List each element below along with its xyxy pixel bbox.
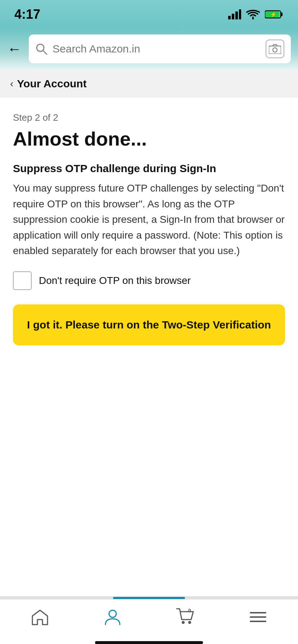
- main-content: Step 2 of 2 Almost done... Suppress OTP …: [0, 98, 298, 539]
- svg-rect-2: [235, 12, 238, 19]
- account-icon: [104, 608, 122, 626]
- svg-point-11: [273, 48, 277, 52]
- cta-button[interactable]: I got it. Please turn on the Two-Step Ve…: [13, 304, 285, 345]
- svg-rect-5: [281, 13, 283, 16]
- wifi-icon: [246, 9, 260, 19]
- search-bar-area: ←: [0, 29, 298, 70]
- bottom-indicator-bar: [113, 597, 185, 599]
- bottom-nav: 0: [0, 596, 298, 644]
- section-body: You may suppress future OTP challenges b…: [13, 180, 285, 258]
- svg-rect-1: [232, 14, 234, 19]
- breadcrumb-label: Your Account: [17, 78, 86, 90]
- svg-text:0: 0: [188, 608, 191, 613]
- nav-cart[interactable]: 0: [149, 608, 222, 626]
- page-title: Almost done...: [13, 128, 285, 150]
- status-time: 4:17: [14, 7, 40, 22]
- nav-menu[interactable]: [222, 610, 294, 624]
- svg-point-13: [182, 621, 185, 624]
- nav-home[interactable]: [4, 609, 76, 625]
- otp-checkbox[interactable]: [13, 271, 32, 290]
- search-icon: [35, 43, 48, 55]
- menu-icon: [249, 610, 267, 624]
- svg-point-12: [109, 610, 116, 617]
- status-icons: ⚡: [228, 9, 284, 19]
- svg-rect-10: [269, 46, 281, 54]
- section-title: Suppress OTP challenge during Sign-In: [13, 162, 285, 175]
- svg-point-14: [188, 621, 191, 624]
- nav-items: 0: [0, 599, 298, 637]
- otp-checkbox-row[interactable]: Don't require OTP on this browser: [13, 271, 285, 290]
- nav-account[interactable]: [76, 608, 149, 626]
- svg-text:⚡: ⚡: [270, 12, 277, 18]
- svg-line-9: [43, 51, 47, 54]
- breadcrumb-bar[interactable]: ‹ Your Account: [0, 70, 298, 98]
- svg-rect-0: [228, 16, 231, 19]
- back-button[interactable]: ←: [7, 41, 22, 57]
- spacer: [13, 345, 285, 525]
- svg-rect-3: [239, 9, 241, 19]
- signal-icon: [228, 9, 241, 19]
- bottom-indicator: [0, 597, 298, 599]
- camera-button[interactable]: [266, 40, 284, 58]
- battery-icon: ⚡: [265, 9, 284, 19]
- step-label: Step 2 of 2: [13, 112, 285, 123]
- home-indicator-line: [95, 641, 203, 644]
- home-icon: [31, 609, 49, 625]
- camera-icon: [269, 44, 281, 54]
- search-input-wrap[interactable]: [29, 34, 291, 63]
- otp-checkbox-label: Don't require OTP on this browser: [39, 275, 191, 286]
- breadcrumb-chevron: ‹: [10, 78, 13, 89]
- cart-icon: 0: [176, 608, 195, 626]
- status-bar: 4:17 ⚡: [0, 0, 298, 29]
- search-input[interactable]: [53, 43, 261, 55]
